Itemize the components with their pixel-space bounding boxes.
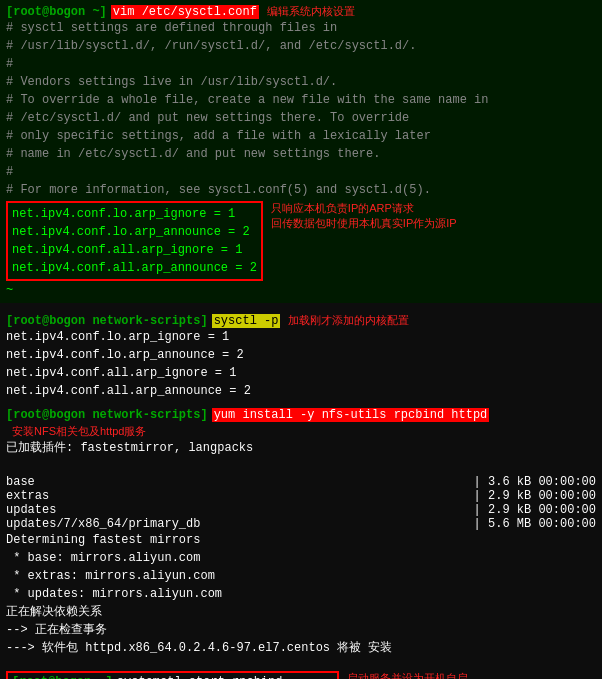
vim-command: vim /etc/sysctl.conf: [111, 5, 259, 19]
config-line-1: net.ipv4.conf.lo.arp_ignore = 1: [12, 205, 257, 223]
repo-updates-name: updates: [6, 503, 56, 517]
terminal-window: [root@bogon ~] vim /etc/sysctl.conf 编辑系统…: [0, 0, 602, 679]
yum-repo-updates: updates | 2.9 kB 00:00:00: [6, 503, 596, 517]
yum-prompt: [root@bogon network-scripts]: [6, 408, 208, 422]
yum-extras-mirror: * extras: mirrors.aliyun.com: [6, 567, 596, 585]
yum-updates-mirror: * updates: mirrors.aliyun.com: [6, 585, 596, 603]
svc-prompt-1: [root@bogon ~]: [12, 675, 113, 679]
config-block: net.ipv4.conf.lo.arp_ignore = 1 net.ipv4…: [6, 201, 263, 281]
services-block: [root@bogon ~] systemctl start rpcbind […: [6, 671, 339, 679]
vim-annotation: 编辑系统内核设置: [267, 4, 355, 19]
services-annotation-text: 启动服务并设为开机自启: [347, 671, 468, 679]
sysctl-prompt: [root@bogon network-scripts]: [6, 314, 208, 328]
comment-10: # For more information, see sysctl.conf(…: [6, 181, 596, 199]
comment-9: #: [6, 163, 596, 181]
yum-blank: [6, 457, 596, 475]
yum-checking: --> 正在检查事务: [6, 621, 596, 639]
vim-command-line: [root@bogon ~] vim /etc/sysctl.conf 编辑系统…: [6, 4, 596, 19]
svc-start-rpcbind: [root@bogon ~] systemctl start rpcbind: [12, 675, 333, 679]
config-annotation-2: 回传数据包时使用本机真实IP作为源IP: [271, 216, 457, 231]
config-annotation-1: 只响应本机负责IP的ARP请求: [271, 201, 457, 216]
repo-extras-size: | 2.9 kB 00:00:00: [474, 489, 596, 503]
sysctl-command-line: [root@bogon network-scripts] sysctl -p 加…: [6, 313, 596, 328]
svc-cmd-1: systemctl start rpcbind: [117, 675, 283, 679]
comment-7: # only specific settings, add a file wit…: [6, 127, 596, 145]
sysctl-annotation: 加载刚才添加的内核配置: [288, 313, 409, 328]
config-line-2: net.ipv4.conf.lo.arp_announce = 2: [12, 223, 257, 241]
comment-4: # Vendors settings live in /usr/lib/sysc…: [6, 73, 596, 91]
yum-section: [root@bogon network-scripts] yum install…: [0, 404, 602, 661]
services-annotation: 启动服务并设为开机自启: [347, 671, 468, 679]
comment-3: #: [6, 55, 596, 73]
vim-prompt: [root@bogon ~]: [6, 5, 107, 19]
yum-repo-base: base | 3.6 kB 00:00:00: [6, 475, 596, 489]
yum-resolving: 正在解决依赖关系: [6, 603, 596, 621]
config-line-4: net.ipv4.conf.all.arp_announce = 2: [12, 259, 257, 277]
services-section: [root@bogon ~] systemctl start rpcbind […: [0, 667, 602, 679]
config-annotation: 只响应本机负责IP的ARP请求 回传数据包时使用本机真实IP作为源IP: [271, 201, 457, 231]
repo-db-size: | 5.6 MB 00:00:00: [474, 517, 596, 531]
vim-section: [root@bogon ~] vim /etc/sysctl.conf 编辑系统…: [0, 0, 602, 303]
yum-mirrors: Determining fastest mirrors: [6, 531, 596, 549]
comment-8: # name in /etc/sysctl.d/ and put new set…: [6, 145, 596, 163]
yum-repo-db: updates/7/x86_64/primary_db | 5.6 MB 00:…: [6, 517, 596, 531]
yum-base-mirror: * base: mirrors.aliyun.com: [6, 549, 596, 567]
repo-base-size: | 3.6 kB 00:00:00: [474, 475, 596, 489]
comment-1: # sysctl settings are defined through fi…: [6, 19, 596, 37]
yum-annotation: 安装NFS相关包及httpd服务: [12, 424, 146, 439]
comment-6: # /etc/sysctl.d/ and put new settings th…: [6, 109, 596, 127]
yum-out-loaded: 已加载插件: fastestmirror, langpacks: [6, 439, 596, 457]
config-line-3: net.ipv4.conf.all.arp_ignore = 1: [12, 241, 257, 259]
vim-tilde: ~: [6, 281, 596, 299]
sysctl-out-1: net.ipv4.conf.lo.arp_ignore = 1: [6, 328, 596, 346]
yum-httpd-pkg: ---> 软件包 httpd.x86_64.0.2.4.6-97.el7.cen…: [6, 639, 596, 657]
repo-db-name: updates/7/x86_64/primary_db: [6, 517, 200, 531]
repo-base-name: base: [6, 475, 35, 489]
sysctl-out-2: net.ipv4.conf.lo.arp_announce = 2: [6, 346, 596, 364]
sysctl-section: [root@bogon network-scripts] sysctl -p 加…: [0, 309, 602, 404]
sysctl-command: sysctl -p: [212, 314, 281, 328]
yum-repo-extras: extras | 2.9 kB 00:00:00: [6, 489, 596, 503]
sysctl-out-4: net.ipv4.conf.all.arp_announce = 2: [6, 382, 596, 400]
repo-updates-size: | 2.9 kB 00:00:00: [474, 503, 596, 517]
sysctl-out-3: net.ipv4.conf.all.arp_ignore = 1: [6, 364, 596, 382]
yum-command: yum install -y nfs-utils rpcbind httpd: [212, 408, 490, 422]
comment-5: # To override a whole file, create a new…: [6, 91, 596, 109]
repo-extras-name: extras: [6, 489, 49, 503]
comment-2: # /usr/lib/sysctl.d/, /run/sysctl.d/, an…: [6, 37, 596, 55]
yum-command-line: [root@bogon network-scripts] yum install…: [6, 408, 596, 439]
